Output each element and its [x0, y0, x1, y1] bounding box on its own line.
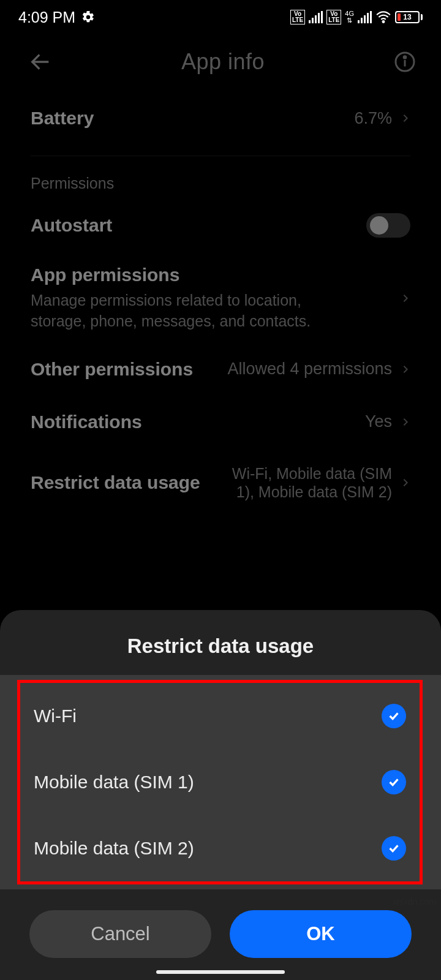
- checkmark-icon: [382, 836, 406, 861]
- row-notifications[interactable]: Notifications Yes: [31, 393, 410, 451]
- row-title: Restrict data usage: [31, 472, 200, 493]
- signal-icon-2: [358, 11, 372, 23]
- autostart-toggle[interactable]: [366, 213, 410, 238]
- row-title: Notifications: [31, 412, 142, 432]
- chevron-right-icon: [401, 413, 410, 431]
- watermark: wsxdn.com: [393, 897, 436, 907]
- row-battery[interactable]: Battery 6.7%: [31, 89, 410, 147]
- row-autostart[interactable]: Autostart: [31, 200, 410, 251]
- info-icon: [394, 51, 416, 73]
- option-wifi[interactable]: Wi-Fi: [20, 683, 420, 749]
- network-4g-icon: 4G⇅: [345, 10, 354, 24]
- status-bar: 4:09 PM VoLTE VoLTE 4G⇅ 13: [0, 0, 441, 34]
- row-app-permissions[interactable]: App permissions Manage permissions relat…: [31, 251, 410, 345]
- option-sim1[interactable]: Mobile data (SIM 1): [20, 749, 420, 815]
- cancel-button[interactable]: Cancel: [29, 910, 211, 958]
- battery-icon: 13: [395, 11, 423, 23]
- option-label: Mobile data (SIM 1): [34, 772, 194, 793]
- dialog-actions: Cancel OK: [0, 889, 441, 962]
- svg-point-4: [404, 56, 406, 59]
- gear-icon: [81, 10, 95, 24]
- section-header-permissions: Permissions: [31, 160, 410, 200]
- page-title: App info: [54, 49, 392, 75]
- chevron-right-icon: [401, 290, 410, 307]
- app-header: App info: [0, 34, 441, 89]
- volte-icon-1: VoLTE: [290, 10, 305, 24]
- row-other-permissions[interactable]: Other permissions Allowed 4 permissions: [31, 345, 410, 393]
- option-sim2[interactable]: Mobile data (SIM 2): [20, 815, 420, 881]
- status-right: VoLTE VoLTE 4G⇅ 13: [290, 9, 423, 25]
- divider: [31, 156, 410, 156]
- settings-list: Battery 6.7% Permissions Autostart App p…: [0, 89, 441, 514]
- row-desc: Manage permissions related to location, …: [31, 290, 337, 332]
- svg-point-0: [383, 21, 385, 23]
- dialog-title: Restrict data usage: [0, 625, 441, 675]
- row-value: Allowed 4 permissions: [227, 360, 410, 379]
- back-button[interactable]: [27, 48, 54, 75]
- status-left: 4:09 PM: [18, 9, 95, 26]
- signal-icon-1: [309, 11, 323, 23]
- checkmark-icon: [382, 704, 406, 728]
- row-title: Battery: [31, 108, 94, 129]
- row-value: 6.7%: [354, 109, 410, 128]
- status-time: 4:09 PM: [18, 9, 75, 26]
- chevron-right-icon: [401, 474, 410, 491]
- ok-button[interactable]: OK: [230, 910, 412, 958]
- row-restrict-data-usage[interactable]: Restrict data usage Wi-Fi, Mobile data (…: [31, 451, 410, 514]
- volte-icon-2: VoLTE: [326, 10, 341, 24]
- row-title: Autostart: [31, 215, 112, 236]
- restrict-data-usage-dialog: Restrict data usage Wi-Fi Mobile data (S…: [0, 610, 441, 980]
- info-button[interactable]: [392, 49, 418, 75]
- chevron-right-icon: [401, 361, 410, 378]
- row-title: App permissions: [31, 265, 337, 285]
- option-label: Wi-Fi: [34, 706, 77, 726]
- row-value: Wi-Fi, Mobile data (SIM 1), Mobile data …: [227, 464, 410, 501]
- row-value: Yes: [365, 412, 410, 431]
- wifi-icon: [375, 9, 391, 25]
- row-title: Other permissions: [31, 359, 193, 380]
- checkmark-icon: [382, 770, 406, 794]
- dialog-body: Wi-Fi Mobile data (SIM 1) Mobile data (S…: [0, 675, 441, 889]
- arrow-left-icon: [28, 50, 53, 74]
- chevron-right-icon: [401, 110, 410, 127]
- option-label: Mobile data (SIM 2): [34, 838, 194, 859]
- toggle-knob: [370, 216, 388, 235]
- options-highlight-frame: Wi-Fi Mobile data (SIM 1) Mobile data (S…: [17, 680, 423, 884]
- home-indicator[interactable]: [156, 970, 285, 974]
